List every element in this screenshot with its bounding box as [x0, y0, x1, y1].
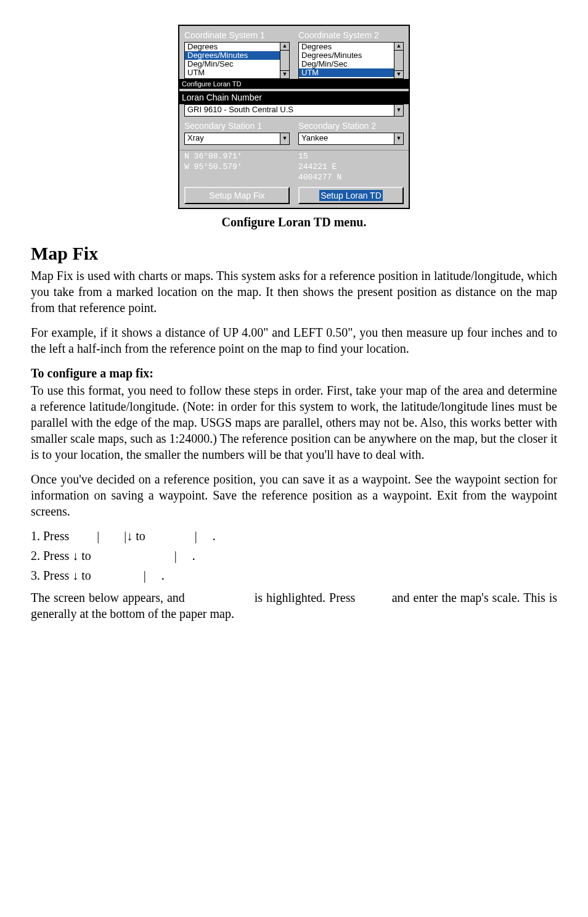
- list-item[interactable]: Degrees/Minutes: [185, 51, 280, 60]
- device-screenshot: Coordinate System 1 DegreesDegrees/Minut…: [178, 25, 410, 209]
- loran-chain-value: GRI 9610 - South Central U.S: [185, 105, 394, 115]
- scroll-down-icon[interactable]: ▼: [394, 70, 403, 78]
- scroll-up-icon[interactable]: ▲: [394, 43, 403, 51]
- heading-map-fix: Map Fix: [31, 241, 557, 265]
- para-4: Once you've decided on a reference posit…: [31, 471, 557, 519]
- para-1: Map Fix is used with charts or maps. Thi…: [31, 268, 557, 316]
- configure-loran-bar: Configure Loran TD: [179, 79, 409, 89]
- chevron-down-icon[interactable]: ▼: [394, 133, 403, 144]
- figure-caption: Configure Loran TD menu.: [31, 214, 557, 230]
- scrollbar[interactable]: ▲ ▼: [394, 43, 403, 78]
- secondary-station-1-dropdown[interactable]: Xray ▼: [184, 133, 290, 145]
- loran-chain-dropdown[interactable]: GRI 9610 - South Central U.S ▼: [184, 104, 404, 117]
- setup-map-fix-button[interactable]: Setup Map Fix: [184, 187, 290, 204]
- figure-wrapper: Coordinate System 1 DegreesDegrees/Minut…: [31, 25, 557, 209]
- chevron-down-icon[interactable]: ▼: [280, 133, 289, 144]
- setup-map-fix-label: Setup Map Fix: [209, 190, 264, 201]
- scrollbar[interactable]: ▲ ▼: [280, 43, 289, 78]
- para-2: For example, if it shows a distance of U…: [31, 324, 557, 356]
- coord-value: 244221 E: [298, 162, 404, 173]
- list-item[interactable]: Degrees/Minutes: [299, 51, 394, 60]
- step-3: 3. Press ↓ to | .: [31, 567, 557, 583]
- list-item[interactable]: Degrees: [185, 43, 280, 51]
- list-item[interactable]: Deg/Min/Sec: [299, 60, 394, 68]
- coord-sys-1-listbox[interactable]: DegreesDegrees/MinutesDeg/Min/SecUTM ▲ ▼: [184, 42, 290, 79]
- coord-sys-1-label: Coordinate System 1: [184, 30, 290, 41]
- coord-value: N 36°08.971': [184, 152, 290, 162]
- list-item[interactable]: UTM: [185, 68, 280, 77]
- list-item[interactable]: Deg/Min/Sec: [185, 60, 280, 68]
- coord-value: 4004277 N: [298, 173, 404, 183]
- para-5: The screen below appears, and is highlig…: [31, 590, 557, 622]
- list-item[interactable]: Degrees: [299, 43, 394, 51]
- coord-value: W 95°50.579': [184, 162, 290, 173]
- secondary-station-1-value: Xray: [185, 133, 280, 144]
- setup-loran-td-button[interactable]: Setup Loran TD: [298, 187, 404, 204]
- secondary-station-2-dropdown[interactable]: Yankee ▼: [298, 133, 404, 145]
- subheading-configure: To configure a map fix:: [31, 365, 557, 381]
- secondary-station-2-value: Yankee: [299, 133, 394, 144]
- step-2: 2. Press ↓ to | .: [31, 548, 557, 564]
- coordinate-readout: N 36°08.971'W 95°50.579' 15 244221 E4004…: [179, 150, 409, 186]
- scroll-up-icon[interactable]: ▲: [280, 43, 289, 51]
- secondary-station-1-label: Secondary Station 1: [184, 120, 290, 131]
- setup-loran-td-label: Setup Loran TD: [319, 190, 383, 201]
- chevron-down-icon[interactable]: ▼: [394, 105, 403, 116]
- step-1: 1. Press | |↓ to | .: [31, 528, 557, 544]
- coord-value: 15: [298, 152, 404, 162]
- loran-chain-label: Loran Chain Number: [179, 91, 409, 104]
- coord-sys-2-listbox[interactable]: DegreesDegrees/MinutesDeg/Min/SecUTM ▲ ▼: [298, 42, 404, 79]
- secondary-station-2-label: Secondary Station 2: [298, 120, 404, 131]
- list-item[interactable]: UTM: [299, 68, 394, 77]
- coord-sys-2-label: Coordinate System 2: [298, 30, 404, 41]
- scroll-down-icon[interactable]: ▼: [280, 70, 289, 78]
- para-3: To use this format, you need to follow t…: [31, 382, 557, 463]
